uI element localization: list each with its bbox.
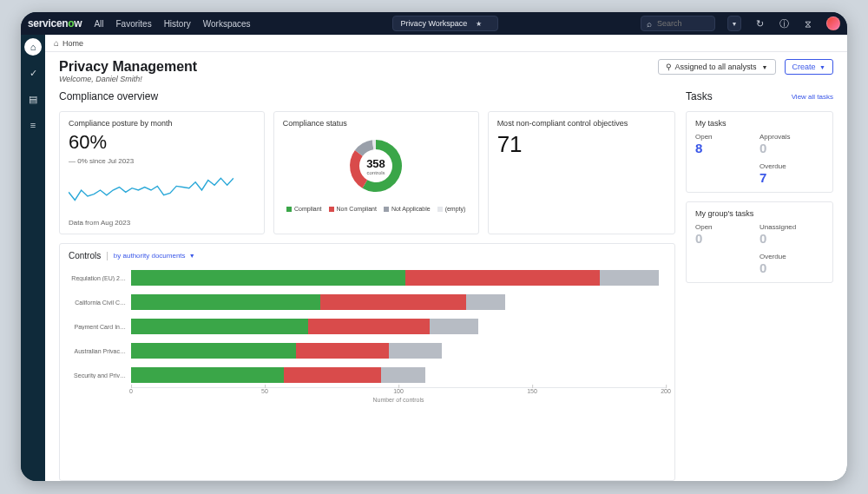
chevron-down-icon: ▼	[189, 253, 195, 259]
posture-delta: — 0% since Jul 2023	[69, 157, 255, 165]
my-open-label: Open	[695, 133, 760, 141]
bar-label: California Civil C…	[69, 300, 131, 306]
left-rail: ⌂ ✓ ▤ ≡	[21, 35, 45, 481]
my-open-value[interactable]: 8	[695, 141, 760, 155]
page-header: Privacy Management Welcome, Daniel Smith…	[45, 52, 847, 87]
create-label: Create	[792, 63, 816, 71]
bar-segment[interactable]	[466, 294, 505, 310]
rail-home-icon[interactable]: ⌂	[24, 38, 42, 56]
search-box[interactable]: ⌕	[641, 16, 715, 31]
bar-segment[interactable]	[389, 343, 443, 359]
legend-item: Non Compliant	[329, 206, 377, 212]
create-button[interactable]: Create ▼	[785, 59, 833, 75]
status-title: Compliance status	[283, 119, 470, 128]
bar-segment[interactable]	[430, 319, 478, 334]
refresh-icon[interactable]: ↻	[753, 18, 766, 30]
card-noncompliant-objectives: Most non-compliant control objectives 71	[488, 111, 675, 234]
chevron-down-icon: ▼	[819, 64, 825, 70]
bar-segment[interactable]	[296, 343, 388, 359]
assigned-filter-button[interactable]: ⚲ Assigned to all analysts ▼	[658, 59, 776, 75]
legend-item: Compliant	[286, 206, 322, 212]
rail-check-icon[interactable]: ✓	[24, 64, 42, 82]
bar-segment[interactable]	[600, 270, 658, 286]
bar-label: Australian Privac…	[69, 348, 131, 354]
bar-segment[interactable]	[131, 367, 284, 383]
welcome-text: Welcome, Daniel Smith!	[59, 75, 197, 83]
rail-list-icon[interactable]: ≡	[24, 116, 42, 134]
group-unassigned-label: Unassigned	[760, 223, 824, 231]
nav-workspaces[interactable]: Workspaces	[203, 19, 251, 29]
group-overdue-value[interactable]: 0	[760, 260, 824, 275]
controls-groupby-link[interactable]: by authority documents ▼	[114, 252, 195, 260]
my-overdue-value[interactable]: 7	[760, 170, 824, 185]
my-approvals-label: Approvals	[760, 133, 824, 141]
breadcrumb-home[interactable]: Home	[62, 39, 83, 48]
posture-sparkline	[69, 170, 233, 210]
search-icon: ⌕	[647, 19, 652, 29]
home-icon[interactable]: ⌂	[54, 38, 59, 48]
bar-row: Australian Privac…	[69, 339, 666, 363]
nav-history[interactable]: History	[164, 19, 191, 29]
posture-data-from: Data from Aug 2023	[69, 219, 255, 227]
search-input[interactable]	[657, 19, 709, 28]
bar-track	[131, 294, 666, 310]
chevron-down-icon: ▼	[762, 64, 768, 70]
breadcrumb: ⌂ Home	[45, 35, 847, 52]
noncompliant-title: Most non-compliant control objectives	[497, 119, 666, 128]
card-group-tasks: My group's tasks Open 0 Unassigned 0	[686, 201, 833, 283]
top-bar: servicenow All Favorites History Workspa…	[21, 12, 847, 35]
bar-track	[131, 319, 666, 334]
svg-text:controls: controls	[367, 170, 385, 175]
card-compliance-posture: Compliance posture by month 60% — 0% sin…	[59, 111, 265, 234]
device-frame: servicenow All Favorites History Workspa…	[21, 12, 847, 481]
rail-clipboard-icon[interactable]: ▤	[24, 90, 42, 108]
status-donut: 358controls	[328, 131, 424, 201]
bar-row: Security and Priv…	[69, 363, 666, 387]
help-icon[interactable]: ⓘ	[778, 17, 790, 30]
bar-segment[interactable]	[320, 294, 466, 310]
group-overdue-label: Overdue	[760, 253, 824, 260]
bar-segment[interactable]	[131, 319, 308, 334]
view-all-tasks-link[interactable]: View all tasks	[792, 93, 833, 101]
bar-segment[interactable]	[284, 367, 381, 383]
bar-segment[interactable]	[131, 343, 296, 359]
axis-tick: 150	[527, 388, 537, 394]
group-open-label: Open	[695, 223, 760, 231]
notifications-icon[interactable]: ⧖	[802, 18, 814, 30]
status-legend: CompliantNon CompliantNot Applicable(emp…	[286, 206, 465, 212]
bar-row: Payment Card In…	[69, 314, 666, 339]
group-unassigned-value[interactable]: 0	[760, 231, 824, 246]
posture-title: Compliance posture by month	[69, 119, 255, 128]
filter-icon: ⚲	[666, 63, 672, 71]
axis-tick: 200	[661, 388, 671, 394]
bar-segment[interactable]	[131, 294, 320, 310]
noncompliant-value: 71	[497, 131, 666, 158]
nav-favorites[interactable]: Favorites	[116, 19, 152, 29]
axis-tick: 50	[261, 388, 268, 394]
axis-tick: 0	[129, 388, 133, 394]
bar-segment[interactable]	[405, 270, 600, 286]
app-frame: ⌂ Home Privacy Management Welcome, Danie…	[45, 35, 847, 481]
group-open-value[interactable]: 0	[695, 231, 760, 246]
search-scope-dropdown[interactable]: ▼	[727, 16, 741, 31]
my-tasks-title: My tasks	[695, 119, 824, 128]
bar-track	[131, 270, 666, 286]
bar-segment[interactable]	[131, 270, 405, 286]
my-approvals-value[interactable]: 0	[760, 141, 824, 155]
posture-value: 60%	[69, 131, 255, 154]
svg-text:358: 358	[366, 157, 385, 170]
card-controls: Controls | by authority documents ▼ Regu…	[59, 243, 675, 481]
bar-segment[interactable]	[308, 319, 430, 334]
bar-row: California Civil C…	[69, 290, 666, 314]
page-title: Privacy Management	[59, 59, 197, 75]
assigned-filter-label: Assigned to all analysts	[675, 63, 757, 71]
card-compliance-status: Compliance status 358controls CompliantN…	[273, 111, 479, 234]
workspace-pill[interactable]: Privacy Workspace	[392, 16, 498, 31]
bar-segment[interactable]	[381, 367, 424, 383]
controls-bars: Regulation (EU) 2…California Civil C…Pay…	[69, 266, 666, 473]
legend-item: (empty)	[437, 206, 466, 212]
my-overdue-label: Overdue	[760, 162, 824, 170]
x-axis: 050100150200Number of controls	[131, 387, 666, 405]
nav-all[interactable]: All	[94, 19, 103, 29]
user-avatar[interactable]	[826, 16, 840, 30]
